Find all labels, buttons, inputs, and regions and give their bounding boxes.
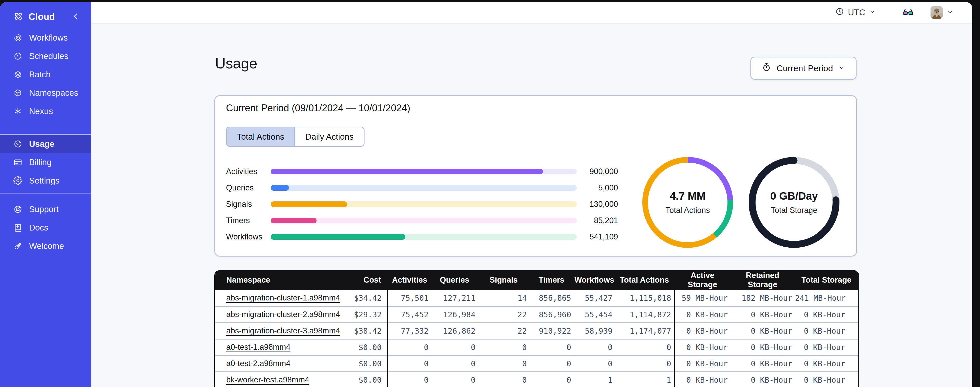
cell-workflows: 58,939 (574, 323, 615, 339)
cell-signals: 22 (478, 323, 529, 339)
column-header-total-storage: Total Storage (795, 270, 858, 290)
donut-label: Total Storage (771, 206, 818, 215)
sidebar-item-support[interactable]: Support (0, 200, 91, 219)
sidebar-item-label: Schedules (29, 51, 68, 61)
schedules-icon (13, 51, 22, 61)
avatar (931, 6, 943, 19)
cell-active-storage: 59 MB-Hour (674, 290, 730, 306)
chevron-down-icon (946, 9, 953, 17)
cell-cost: $0.00 (338, 372, 388, 387)
bar-value: 130,000 (577, 200, 618, 209)
cell-queries: 126,984 (431, 306, 478, 323)
sidebar-item-welcome[interactable]: Welcome (0, 237, 91, 255)
cell-total-storage: 0 KB-Hour (795, 355, 858, 372)
bar-value: 541,109 (577, 232, 618, 241)
chevron-down-icon (838, 63, 845, 73)
cell-cost: $29.32 (338, 306, 388, 323)
sidebar-divider (0, 194, 91, 194)
cell-signals: 22 (478, 306, 529, 323)
usage-bar-row-queries: Queries5,000 (226, 180, 618, 196)
bar-fill (270, 201, 347, 207)
table-row: abs-migration-cluster-2.a98mm4$29.3275,4… (215, 306, 858, 323)
cell-signals: 0 (478, 355, 529, 372)
cell-timers: 910,922 (529, 323, 574, 339)
cell-total-storage: 0 KB-Hour (795, 372, 858, 387)
usage-card-title: Current Period (09/01/2024 — 10/01/2024) (226, 102, 410, 114)
cell-active-storage: 0 KB-Hour (674, 323, 730, 339)
cell-workflows: 0 (574, 355, 615, 372)
namespace-usage-table: NamespaceCostActivitiesQueriesSignalsTim… (214, 270, 859, 387)
sidebar-item-settings[interactable]: Settings (0, 171, 91, 190)
bar-label: Queries (226, 183, 270, 192)
period-selector-button[interactable]: Current Period (751, 57, 856, 80)
namespace-link[interactable]: abs-migration-cluster-2.a98mm4 (226, 310, 340, 319)
namespace-link[interactable]: bk-worker-test.a98mm4 (226, 375, 309, 384)
cell-timers: 856,960 (529, 306, 574, 323)
support-icon (13, 205, 22, 214)
column-header-queries: Queries (431, 270, 478, 290)
cell-cost: $38.42 (338, 323, 388, 339)
glasses-icon (902, 6, 914, 19)
sidebar-item-docs[interactable]: Docs (0, 219, 91, 237)
app-window: Cloud WorkflowsSchedulesBatchNamespacesN… (0, 2, 972, 387)
namespace-link[interactable]: a0-test-2.a98mm4 (226, 359, 291, 368)
donut-label: Total Actions (665, 206, 710, 215)
donut-center: 0 GB/Day Total Storage (748, 157, 840, 248)
bar-fill (270, 234, 405, 240)
table-row: a0-test-2.a98mm4$0.000000000 KB-Hour0 KB… (215, 355, 858, 372)
bar-track (270, 185, 577, 191)
sidebar-item-billing[interactable]: Billing (0, 153, 91, 171)
cell-active-storage: 0 KB-Hour (674, 372, 730, 387)
cell-queries: 0 (431, 355, 478, 372)
cell-retained-storage: 0 KB-Hour (730, 323, 795, 339)
usage-bar-row-activities: Activities900,000 (226, 163, 618, 180)
cell-total-actions: 1,115,018 (615, 290, 674, 306)
cell-cost: $0.00 (338, 355, 388, 372)
sidebar-item-nexus[interactable]: Nexus (0, 102, 91, 120)
sidebar-item-label: Billing (29, 158, 51, 167)
cell-workflows: 55,454 (574, 306, 615, 323)
cell-workflows: 55,427 (574, 290, 615, 306)
sidebar-item-batch[interactable]: Batch (0, 66, 91, 84)
sidebar-nav-account: UsageBillingSettings (0, 135, 91, 190)
cell-total-actions: 1,174,077 (615, 323, 674, 339)
namespace-link[interactable]: a0-test-1.a98mm4 (226, 342, 291, 352)
tab-total-actions[interactable]: Total Actions (227, 127, 294, 146)
bar-track (270, 234, 577, 240)
nexus-icon (13, 107, 22, 116)
sidebar-item-workflows[interactable]: Workflows (0, 29, 91, 47)
cell-active-storage: 0 KB-Hour (674, 339, 730, 355)
namespace-link[interactable]: abs-migration-cluster-1.a98mm4 (226, 293, 340, 302)
bar-label: Workflows (226, 232, 270, 241)
cell-total-actions: 0 (615, 339, 674, 355)
welcome-icon (13, 241, 22, 251)
cell-queries: 126,862 (431, 323, 478, 339)
sidebar-collapse-button[interactable] (71, 11, 81, 22)
bar-value: 85,201 (577, 216, 618, 225)
cell-activities: 0 (388, 355, 431, 372)
billing-icon (13, 158, 22, 167)
cell-activities: 75,452 (388, 306, 431, 323)
sidebar-item-namespaces[interactable]: Namespaces (0, 84, 91, 102)
sidebar-item-schedules[interactable]: Schedules (0, 47, 91, 66)
bar-fill (270, 169, 543, 174)
cell-queries: 0 (431, 372, 478, 387)
column-header-namespace: Namespace (215, 270, 338, 290)
cell-total-actions: 1 (615, 372, 674, 387)
namespace-link[interactable]: abs-migration-cluster-3.a98mm4 (226, 326, 340, 335)
cell-queries: 127,211 (431, 290, 478, 306)
account-menu-button[interactable] (929, 6, 955, 19)
timezone-selector[interactable]: UTC (834, 6, 877, 18)
cell-signals: 14 (478, 290, 529, 306)
tab-daily-actions[interactable]: Daily Actions (294, 127, 364, 146)
actions-bar-chart: Activities900,000Queries5,000Signals130,… (226, 163, 618, 245)
donut-value: 4.7 MM (670, 190, 706, 202)
cell-retained-storage: 0 KB-Hour (730, 372, 795, 387)
batch-icon (13, 70, 22, 79)
sidebar-item-usage[interactable]: Usage (0, 135, 91, 153)
glasses-button[interactable] (901, 6, 915, 19)
sidebar-nav-primary: WorkflowsSchedulesBatchNamespacesNexus (0, 29, 91, 120)
cell-cost: $0.00 (338, 339, 388, 355)
cell-total-storage: 0 KB-Hour (795, 323, 858, 339)
clock-icon (835, 7, 844, 18)
